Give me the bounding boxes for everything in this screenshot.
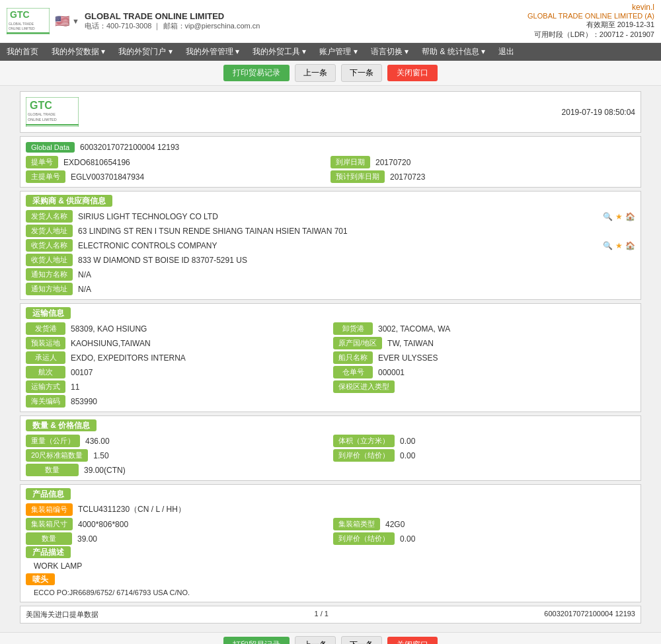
gtc-logo: GTC GLOBAL TRADE ONLINE LIMITED — [7, 8, 50, 34]
master-bill-label: 主提单号 — [26, 170, 65, 183]
search-icon-shipper[interactable]: 🔍 — [603, 212, 613, 221]
doc-logo-area: GTC GLOBAL TRADE ONLINE LIMITED — [26, 97, 79, 127]
container-size-label: 集装箱尺寸 — [26, 518, 73, 530]
quantity-section: 数量 & 价格信息 重量（公斤） 436.00 体积（立方米） 0.00 20尺… — [20, 415, 641, 481]
nav-language[interactable]: 语言切换 ▾ — [364, 43, 415, 61]
prev-button-bottom[interactable]: 上一条 — [295, 636, 336, 644]
next-button-top[interactable]: 下一条 — [341, 64, 382, 82]
top-navigation: 我的首页 我的外贸数据 ▾ 我的外贸门户 ▾ 我的外管管理 ▾ 我的外贸工具 ▾… — [0, 43, 661, 61]
arrival-date-label: 到岸日期 — [330, 156, 370, 168]
arrival-date-value: 20170720 — [375, 158, 410, 167]
container-type-value: 42G0 — [385, 520, 405, 529]
loading-place-label: 预装运地 — [26, 337, 65, 349]
nav-portal[interactable]: 我的外贸门户 ▾ — [112, 43, 178, 61]
nav-trade-data[interactable]: 我的外贸数据 ▾ — [45, 43, 112, 61]
voyage-label: 航次 — [26, 366, 65, 378]
svg-text:GTC: GTC — [30, 100, 52, 111]
customs-value: 853990 — [71, 397, 97, 406]
weight-value: 436.00 — [85, 437, 110, 446]
transport-value: 11 — [71, 382, 79, 392]
marks-label: 唛头 — [26, 573, 55, 585]
global-data-label: Global Data — [26, 142, 75, 153]
username-label: kevin.l — [527, 3, 654, 12]
flag-area: 🇺🇸 ▼ — [55, 14, 79, 28]
notify-name-label: 通知方名称 — [26, 268, 73, 281]
company-header-info: GLOBAL TRADE ONLINE LIMITED 电话：400-710-3… — [85, 11, 260, 31]
product-desc-value: WORK LAMP — [34, 561, 82, 571]
container20-label: 20尺标准箱数量 — [26, 449, 88, 462]
volume-value: 0.00 — [400, 437, 415, 446]
close-button-top[interactable]: 关闭窗口 — [387, 65, 438, 81]
vessel-value: EVER ULYSSES — [378, 353, 438, 363]
valid-label: 有效期至 2019-12-31 — [527, 20, 654, 30]
svg-text:ONLINE LIMITED: ONLINE LIMITED — [9, 26, 35, 30]
volume-label: 体积（立方米） — [333, 435, 395, 447]
shipper-addr-value: 63 LINDING ST REN I TSUN RENDE SHIANG TA… — [78, 227, 635, 236]
consignee-addr-label: 收货人地址 — [26, 254, 73, 266]
pagination-docid: 60032017072100004 12193 — [544, 610, 635, 620]
container20-value: 1.50 — [93, 451, 108, 460]
user-info: kevin.l GLOBAL TRADE ONLINE LIMITED (A) … — [527, 3, 654, 40]
home-icon-consignee[interactable]: 🏠 — [625, 241, 635, 250]
svg-text:ONLINE LIMITED: ONLINE LIMITED — [28, 118, 57, 122]
svg-text:GLOBAL TRADE: GLOBAL TRADE — [9, 22, 34, 26]
close-button-bottom[interactable]: 关闭窗口 — [387, 637, 438, 644]
carrier-label: 承运人 — [26, 351, 65, 364]
master-bill-value: EGLV003701847934 — [71, 172, 144, 182]
nav-logout[interactable]: 退出 — [492, 43, 521, 61]
bottom-toolbar: 打印贸易记录 上一条 下一条 关闭窗口 — [0, 632, 661, 644]
container-type-label: 集装箱类型 — [333, 518, 380, 530]
loading-place-value: KAOHSIUNG,TAIWAN — [71, 339, 151, 348]
qty-value: 39.00(CTN) — [84, 466, 126, 475]
nav-home[interactable]: 我的首页 — [0, 43, 45, 61]
product-desc-section-label: 产品描述 — [26, 546, 71, 558]
nav-account[interactable]: 账户管理 ▾ — [313, 43, 364, 61]
vessel-label: 船只名称 — [333, 351, 373, 364]
star-icon-consignee[interactable]: ★ — [615, 241, 623, 250]
consignee-name-label: 收货人名称 — [26, 239, 73, 252]
notify-addr-label: 通知方地址 — [26, 283, 73, 295]
country-value: TW, TAIWAN — [387, 339, 434, 348]
plan-label: GLOBAL TRADE ONLINE LIMITED (A) — [527, 12, 654, 20]
doc-timestamp: 2019-07-19 08:50:04 — [562, 108, 635, 117]
consignee-name-value: ELECTRONIC CONTROLS COMPANY — [78, 241, 599, 250]
pagination-page: 1 / 1 — [314, 610, 328, 620]
svg-text:GLOBAL TRADE: GLOBAL TRADE — [28, 112, 56, 116]
dest-port-label: 卸货港 — [333, 322, 373, 335]
global-data-section: Global Data 60032017072100004 12193 提单号 … — [20, 136, 641, 188]
notify-addr-value: N/A — [78, 285, 635, 294]
quantity-section-header: 数量 & 价格信息 — [26, 419, 97, 431]
shipper-name-label: 发货人名称 — [26, 210, 73, 223]
product-section-header: 产品信息 — [26, 488, 71, 500]
bill-no-label: 提单号 — [26, 156, 58, 168]
print-button-bottom[interactable]: 打印贸易记录 — [223, 637, 290, 644]
dest-port-value: 3002, TACOMA, WA — [378, 324, 450, 334]
shipping-section-header: 运输信息 — [26, 307, 71, 319]
prev-button-top[interactable]: 上一条 — [295, 64, 336, 82]
home-icon-shipper[interactable]: 🏠 — [625, 212, 635, 221]
shipping-section: 运输信息 发货港 58309, KAO HSIUNG 卸货港 3002, TAC… — [20, 303, 641, 412]
product-arrival-label: 到岸价（结价） — [333, 532, 395, 545]
doc-pagination: 美国海关进口提单数据 1 / 1 60032017072100004 12193 — [20, 606, 641, 624]
customs-label: 海关编码 — [26, 395, 65, 408]
search-icon-consignee[interactable]: 🔍 — [603, 241, 613, 250]
shipper-name-value: SIRIUS LIGHT TECHNOLOGY CO LTD — [78, 212, 599, 221]
origin-port-label: 发货港 — [26, 322, 65, 335]
qty-label: 数量 — [26, 464, 79, 476]
product-arrival-value: 0.00 — [400, 534, 415, 544]
warehouse-value: 000001 — [378, 368, 405, 377]
container-no-value: TCLU4311230（CN / L / HH） — [78, 504, 186, 515]
shipper-section: 采购商 & 供应商信息 发货人名称 SIRIUS LIGHT TECHNOLOG… — [20, 191, 641, 300]
doc-header: GTC GLOBAL TRADE ONLINE LIMITED 2019-07-… — [20, 91, 641, 133]
nav-tools[interactable]: 我的外贸工具 ▾ — [246, 43, 313, 61]
print-button-top[interactable]: 打印贸易记录 — [223, 65, 290, 81]
arrival-price-q-value: 0.00 — [400, 451, 415, 460]
consignee-addr-value: 833 W DIAMOND ST BOISE ID 83707-5291 US — [78, 256, 635, 265]
bonded-label: 保税区进入类型 — [333, 380, 395, 393]
nav-foreign-mgmt[interactable]: 我的外管管理 ▾ — [179, 43, 246, 61]
nav-help[interactable]: 帮助 & 统计信息 ▾ — [415, 43, 492, 61]
bill-no-value: EXDO6810654196 — [63, 158, 130, 167]
next-button-bottom[interactable]: 下一条 — [341, 636, 382, 644]
star-icon-shipper[interactable]: ★ — [615, 212, 623, 221]
top-toolbar: 打印贸易记录 上一条 下一条 关闭窗口 — [0, 61, 661, 86]
